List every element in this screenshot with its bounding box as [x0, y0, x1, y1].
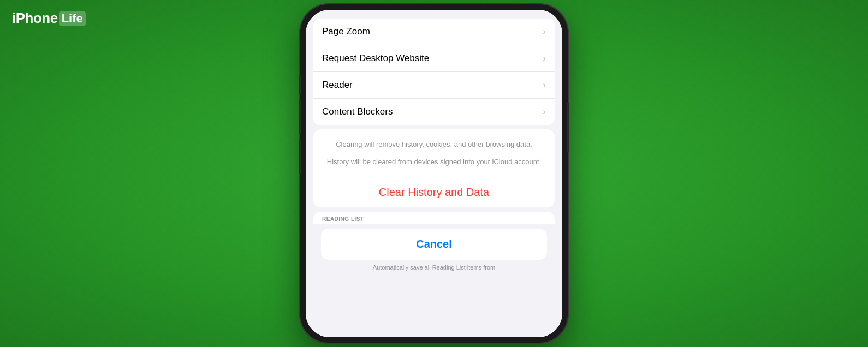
clear-history-label: Clear History and Data [379, 186, 489, 198]
clear-history-button[interactable]: Clear History and Data [313, 177, 555, 207]
chevron-icon-reader: › [543, 80, 546, 91]
page-zoom-label: Page Zoom [322, 26, 370, 37]
request-desktop-label: Request Desktop Website [322, 53, 429, 64]
logo-iphone-text: iPhone [12, 10, 58, 27]
action-sheet-info: Clearing will remove history, cookies, a… [313, 129, 555, 177]
action-info-text2: History will be cleared from devices sig… [322, 157, 546, 167]
settings-item-page-zoom[interactable]: Page Zoom › [313, 19, 555, 45]
settings-item-request-desktop[interactable]: Request Desktop Website › [313, 45, 555, 71]
reading-list-label: READING LIST [313, 212, 555, 224]
logo: iPhone Life [12, 10, 86, 27]
bottom-reading-list-text: Automatically save all Reading List item… [313, 264, 555, 275]
volume-up-button [299, 100, 301, 134]
cancel-button[interactable]: Cancel [321, 229, 547, 260]
chevron-icon-page-zoom: › [543, 26, 546, 37]
logo-life-text: Life [59, 11, 86, 26]
action-info-text1: Clearing will remove history, cookies, a… [322, 139, 546, 150]
settings-item-content-blockers[interactable]: Content Blockers › [313, 98, 555, 125]
content-blockers-label: Content Blockers [322, 106, 393, 117]
settings-list: Page Zoom › Request Desktop Website › Re… [306, 10, 562, 125]
power-button [567, 103, 569, 152]
volume-silent-button [299, 75, 301, 94]
volume-down-button [299, 140, 301, 174]
reader-label: Reader [322, 80, 353, 91]
cancel-sheet: Cancel [321, 229, 547, 260]
action-sheet-area: Clearing will remove history, cookies, a… [306, 125, 562, 337]
chevron-icon-content-blockers: › [543, 106, 546, 117]
chevron-icon-request-desktop: › [543, 53, 546, 64]
phone-screen: Page Zoom › Request Desktop Website › Re… [306, 10, 562, 337]
action-sheet-main: Clearing will remove history, cookies, a… [313, 129, 555, 207]
reading-list-partial: READING LIST [313, 212, 555, 224]
cancel-label: Cancel [416, 238, 452, 250]
phone-mockup: Page Zoom › Request Desktop Website › Re… [300, 4, 568, 343]
settings-item-reader[interactable]: Reader › [313, 71, 555, 98]
settings-group: Page Zoom › Request Desktop Website › Re… [313, 19, 555, 125]
